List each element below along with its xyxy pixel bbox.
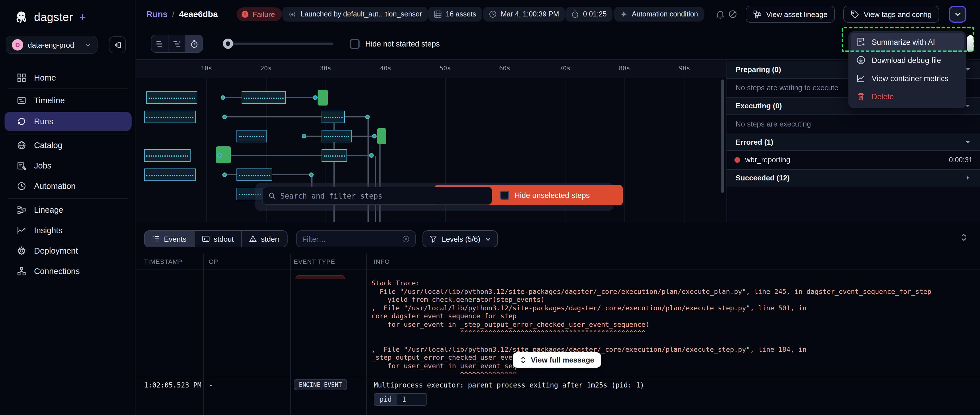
sidebar-item-label: Timeline [34, 96, 65, 105]
waterfall-view-button[interactable] [168, 35, 185, 52]
view-tags-config-button[interactable]: View tags and config [843, 6, 939, 23]
gantt-scrollbar[interactable] [721, 80, 724, 193]
grid-line [684, 78, 685, 222]
section-succeeded[interactable]: Succeeded (12) [727, 169, 980, 187]
sidebar-item-jobs[interactable]: Jobs [5, 156, 132, 175]
errored-step-row[interactable]: wbr_reporting 0:00:31 [727, 151, 980, 169]
log-tabs: Events stdout stderr [144, 230, 288, 247]
annotation-highlight [842, 27, 974, 52]
menu-item-delete[interactable]: Delete [851, 87, 964, 105]
collapse-sidebar-button[interactable] [109, 36, 126, 53]
events-pane: Events stdout stderr Levels (5/6) TIMEST… [136, 222, 980, 415]
gantt-step-pending[interactable] [321, 111, 345, 123]
sparkle-icon [620, 10, 628, 18]
axis-tick-label: 40s [380, 65, 391, 72]
log-filter-input[interactable] [302, 235, 397, 243]
section-title: Succeeded (12) [735, 174, 964, 182]
sidebar-item-catalog[interactable]: Catalog [5, 136, 132, 155]
gantt-zoom-slider-knob[interactable] [223, 38, 233, 49]
sidebar-item-label: Automation [34, 182, 76, 191]
row-divider [136, 413, 980, 414]
sidebar-divider [8, 198, 128, 199]
view-asset-lineage-label: View asset lineage [766, 10, 827, 18]
connector-dot [217, 153, 222, 158]
gantt-zoom-slider[interactable] [224, 43, 334, 45]
sidebar-item-home[interactable]: Home [5, 68, 132, 87]
sidebar-divider [8, 88, 128, 89]
section-message: No steps are executing [727, 115, 980, 133]
axis-tick-label: 10s [201, 65, 212, 72]
tab-label: stdout [214, 235, 234, 243]
section-errored[interactable]: Errored (1) [727, 133, 980, 151]
gantt-step-pending[interactable] [144, 169, 196, 181]
warning-icon [249, 235, 257, 243]
axis-tick-label: 80s [619, 65, 630, 72]
clock-icon [489, 10, 497, 18]
sidebar-item-connections[interactable]: Connections [5, 262, 132, 281]
gantt-step-pending[interactable] [237, 130, 267, 142]
col-event-type: EVENT TYPE [294, 258, 335, 265]
sidebar-item-runs[interactable]: Runs [5, 112, 132, 131]
breadcrumb-separator: / [172, 9, 174, 19]
metrics-chart-icon [856, 74, 865, 83]
workspace-switcher[interactable]: D data-eng-prod [6, 36, 97, 54]
gantt-step-pending[interactable] [321, 149, 347, 162]
section-title: Errored (1) [735, 137, 964, 146]
grid-line [207, 78, 207, 222]
connector-dot [222, 115, 227, 119]
notifications[interactable] [716, 10, 737, 19]
gantt-step-pending[interactable] [146, 91, 197, 104]
log-filter[interactable] [296, 230, 416, 247]
sidebar-item-automation[interactable]: Automation [5, 176, 132, 196]
gantt-step-pending[interactable] [321, 130, 352, 142]
flat-view-button[interactable] [151, 35, 168, 52]
events-table-header: TIMESTAMP OP EVENT TYPE INFO [136, 254, 980, 270]
sidebar-item-lineage[interactable]: Lineage [5, 200, 132, 220]
sidebar-item-timeline[interactable]: Timeline [5, 91, 132, 110]
gantt-step-pending[interactable] [144, 111, 196, 123]
expand-collapse-control[interactable] [959, 233, 968, 242]
sidebar-item-label: Connections [34, 267, 80, 276]
breadcrumb-runs-link[interactable]: Runs [146, 9, 168, 19]
grid-line [624, 78, 625, 222]
menu-item-view-container-metrics[interactable]: View container metrics [851, 69, 964, 87]
gantt-step-pending[interactable] [144, 149, 191, 162]
gantt-step-succeeded[interactable] [318, 89, 328, 105]
clear-filter-icon[interactable] [402, 235, 409, 243]
menu-item-download-debug[interactable]: Download debug file [851, 51, 964, 69]
hide-not-started-control[interactable]: Hide not started steps [350, 39, 440, 49]
hide-not-started-checkbox[interactable] [350, 39, 360, 49]
run-actions-menu-button[interactable] [949, 6, 966, 23]
logo-text: dagster [34, 11, 73, 24]
clipped-event-badge [296, 275, 345, 279]
levels-dropdown[interactable]: Levels (5/6) [423, 230, 498, 247]
logo[interactable]: dagster+ [14, 10, 86, 25]
gantt-step-pending[interactable] [242, 91, 286, 104]
gantt-step-pending[interactable] [237, 169, 272, 181]
launched-by-label: Launched by default_aut…tion_sensor [301, 10, 422, 18]
gantt-search[interactable] [262, 187, 492, 205]
automation-condition-pill[interactable]: Automation condition [614, 7, 704, 22]
automation-icon [17, 182, 26, 191]
sidebar-item-deployment[interactable]: Deployment [5, 241, 132, 260]
timed-view-button[interactable] [185, 35, 202, 52]
tab-stdout[interactable]: stdout [194, 231, 241, 247]
view-asset-lineage-button[interactable]: View asset lineage [746, 6, 835, 23]
assets-pill[interactable]: 16 assets [428, 7, 482, 22]
jobs-icon [17, 161, 26, 170]
launched-by-pill[interactable]: Launched by default_aut…tion_sensor [282, 7, 428, 22]
home-icon [17, 73, 26, 82]
column-divider [366, 254, 367, 415]
view-full-message-button[interactable]: View full message [513, 352, 601, 368]
chevron-right-icon [964, 174, 972, 182]
chevron-down-icon [485, 236, 491, 242]
tab-stderr[interactable]: stderr [241, 231, 287, 247]
hide-unselected-checkbox[interactable] [500, 191, 509, 200]
tab-label: Events [164, 235, 186, 243]
tab-events[interactable]: Events [145, 231, 194, 247]
gantt-search-input[interactable] [280, 192, 486, 200]
sidebar-item-insights[interactable]: Insights [5, 221, 132, 240]
step-connector-line [223, 97, 242, 98]
connector-dot [369, 153, 374, 158]
gantt-step-succeeded[interactable] [377, 128, 386, 144]
